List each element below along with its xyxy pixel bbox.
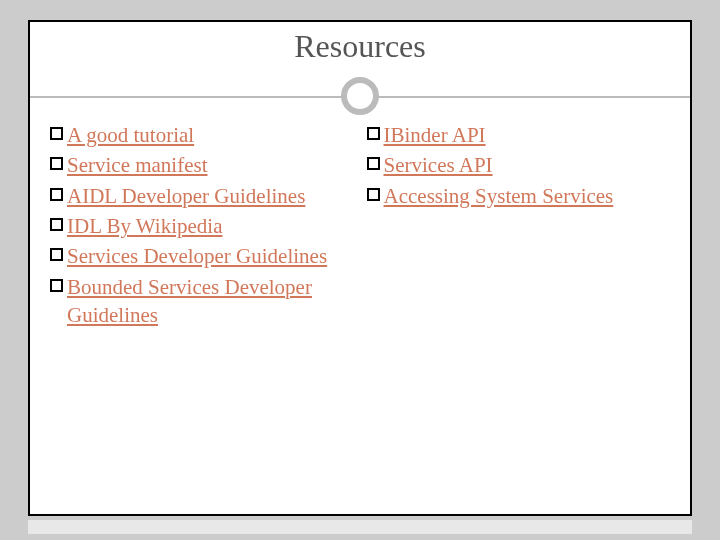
square-bullet-icon <box>50 127 63 140</box>
square-bullet-icon <box>50 157 63 170</box>
left-column: A good tutorial Service manifest AIDL De… <box>50 121 354 331</box>
list-item: IDL By Wikipedia <box>50 212 354 240</box>
resource-link-service-manifest[interactable]: Service manifest <box>67 151 208 179</box>
square-bullet-icon <box>50 218 63 231</box>
list-item: Service manifest <box>50 151 354 179</box>
resource-link-services-guidelines[interactable]: Services Developer Guidelines <box>67 242 327 270</box>
square-bullet-icon <box>367 157 380 170</box>
square-bullet-icon <box>367 188 380 201</box>
title-area: Resources <box>30 22 690 83</box>
content-columns: A good tutorial Service manifest AIDL De… <box>30 117 690 331</box>
list-item: Services API <box>367 151 671 179</box>
resource-link-bounded-services[interactable]: Bounded Services Developer Guidelines <box>67 273 354 330</box>
resource-link-idl-wikipedia[interactable]: IDL By Wikipedia <box>67 212 222 240</box>
resource-link-system-services[interactable]: Accessing System Services <box>384 182 614 210</box>
slide-background: Resources A good tutorial Service manife… <box>0 0 720 540</box>
square-bullet-icon <box>50 248 63 261</box>
square-bullet-icon <box>50 188 63 201</box>
column-divider <box>360 121 361 331</box>
circle-ornament-icon <box>341 77 379 115</box>
list-item: Services Developer Guidelines <box>50 242 354 270</box>
resource-link-ibinder-api[interactable]: IBinder API <box>384 121 486 149</box>
resource-link-tutorial[interactable]: A good tutorial <box>67 121 194 149</box>
slide-inner: Resources A good tutorial Service manife… <box>28 20 692 516</box>
resource-link-services-api[interactable]: Services API <box>384 151 493 179</box>
right-column: IBinder API Services API Accessing Syste… <box>367 121 671 331</box>
square-bullet-icon <box>50 279 63 292</box>
title-divider <box>30 77 690 117</box>
list-item: AIDL Developer Guidelines <box>50 182 354 210</box>
list-item: Bounded Services Developer Guidelines <box>50 273 354 330</box>
bottom-bar <box>28 520 692 534</box>
page-title: Resources <box>30 28 690 65</box>
list-item: IBinder API <box>367 121 671 149</box>
list-item: Accessing System Services <box>367 182 671 210</box>
square-bullet-icon <box>367 127 380 140</box>
list-item: A good tutorial <box>50 121 354 149</box>
resource-link-aidl-guidelines[interactable]: AIDL Developer Guidelines <box>67 182 305 210</box>
